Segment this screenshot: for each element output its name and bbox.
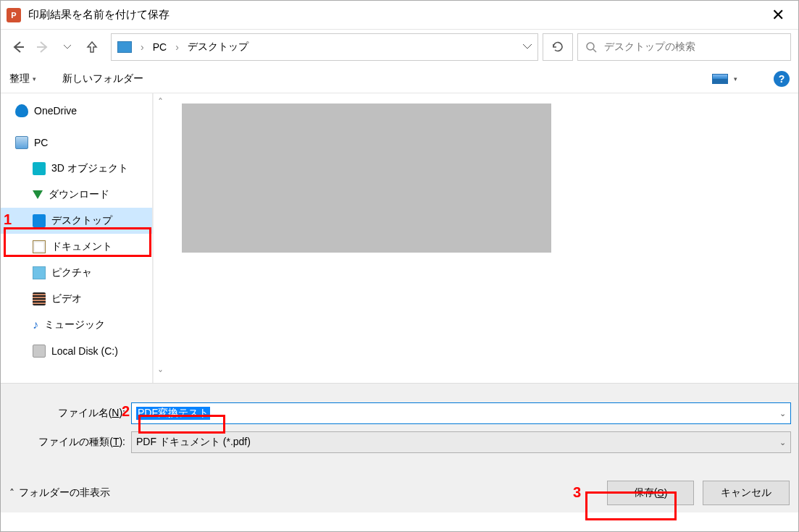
hide-folders-toggle[interactable]: ˄ フォルダーの非表示 (9, 486, 110, 499)
new-folder-button[interactable]: 新しいフォルダー (62, 72, 143, 85)
tree-videos[interactable]: ビデオ (1, 286, 152, 312)
tree-pictures[interactable]: ピクチャ (1, 260, 152, 286)
pc-icon (15, 136, 28, 149)
tree-3d-objects[interactable]: 3D オブジェクト (1, 156, 152, 182)
recent-dropdown[interactable] (57, 37, 78, 57)
picture-icon (33, 266, 46, 279)
file-list-area[interactable] (167, 93, 798, 383)
disk-icon (33, 345, 46, 358)
file-thumbnail[interactable] (182, 104, 551, 253)
back-button[interactable] (8, 37, 28, 57)
thumbnail-icon (712, 74, 728, 84)
breadcrumb-seg-pc[interactable]: PC (153, 41, 167, 53)
back-arrow-icon (11, 40, 25, 54)
video-icon (33, 292, 46, 305)
chevron-down-icon: ▾ (734, 75, 737, 83)
scroll-down-icon: ˅ (158, 368, 163, 380)
tree-desktop[interactable]: デスクトップ (1, 208, 152, 234)
music-icon: ♪ (33, 318, 38, 332)
location-icon (117, 41, 132, 53)
chevron-down-icon (64, 45, 71, 49)
chevron-up-icon: ˄ (9, 487, 14, 499)
powerpoint-icon: P (7, 8, 21, 22)
organize-menu[interactable]: 整理 ▾ (9, 72, 36, 85)
window-title: 印刷結果を名前を付けて保存 (28, 8, 170, 22)
svg-line-3 (593, 49, 596, 52)
address-bar[interactable]: › PC › デスクトップ (111, 33, 538, 61)
forward-button[interactable] (33, 37, 53, 57)
tree-onedrive[interactable]: OneDrive (1, 98, 152, 124)
forward-arrow-icon (35, 40, 50, 54)
scroll-up-icon: ˄ (158, 96, 163, 108)
tree-pc[interactable]: PC (1, 130, 152, 156)
up-button[interactable] (82, 37, 102, 57)
up-arrow-icon (85, 41, 99, 54)
filetype-combo[interactable]: PDF ドキュメント (*.pdf) ⌄ (131, 431, 791, 453)
chevron-down-icon: ▾ (33, 75, 36, 83)
help-button[interactable]: ? (774, 71, 790, 87)
refresh-button[interactable] (543, 33, 573, 61)
tree-downloads[interactable]: ダウンロード (1, 182, 152, 208)
chevron-down-icon[interactable] (523, 44, 532, 50)
cloud-icon (15, 104, 28, 117)
document-icon (33, 240, 46, 253)
tree-documents[interactable]: ドキュメント (1, 234, 152, 260)
chevron-down-icon[interactable]: ⌄ (779, 409, 786, 418)
organize-label: 整理 (9, 72, 30, 85)
download-icon (33, 190, 43, 199)
chevron-right-icon: › (172, 41, 182, 53)
search-placeholder: デスクトップの検索 (604, 41, 695, 54)
tree-scrollbar[interactable]: ˄ ˅ (153, 93, 167, 383)
chevron-right-icon: › (138, 41, 147, 53)
filename-label: ファイル名(N): (1, 407, 131, 420)
search-icon (585, 41, 597, 53)
new-folder-label: 新しいフォルダー (62, 72, 143, 85)
filetype-label: ファイルの種類(T): (1, 436, 131, 449)
view-mode-button[interactable]: ▾ (712, 74, 737, 84)
cube-icon (33, 162, 46, 175)
tree-music[interactable]: ♪ ミュージック (1, 312, 152, 338)
folder-tree: OneDrive PC 3D オブジェクト ダウンロード デスクトップ ドキ (1, 93, 153, 383)
cancel-button[interactable]: キャンセル (703, 481, 790, 505)
breadcrumb-seg-desktop[interactable]: デスクトップ (188, 41, 248, 54)
chevron-down-icon[interactable]: ⌄ (779, 438, 786, 447)
filename-input[interactable]: PDF変換テスト ⌄ (131, 402, 791, 424)
save-button[interactable]: 保存(S) (607, 481, 694, 505)
close-button[interactable]: ✕ (764, 1, 792, 30)
refresh-icon (551, 41, 564, 54)
desktop-icon (33, 214, 46, 227)
filetype-value: PDF ドキュメント (*.pdf) (136, 436, 251, 449)
filename-value: PDF変換テスト (136, 407, 210, 420)
svg-point-2 (587, 43, 594, 50)
search-box[interactable]: デスクトップの検索 (577, 33, 791, 61)
tree-local-disk[interactable]: Local Disk (C:) (1, 338, 152, 364)
